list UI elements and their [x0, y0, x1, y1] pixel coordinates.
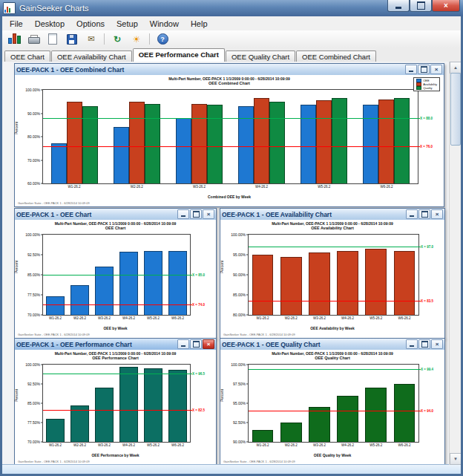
bar[interactable] — [114, 127, 129, 183]
print-icon[interactable] — [24, 31, 42, 47]
bar[interactable] — [337, 396, 358, 442]
bar[interactable] — [176, 118, 191, 183]
maximize-button[interactable] — [418, 65, 430, 74]
bar[interactable] — [394, 98, 410, 183]
title-bar[interactable]: GainSeeker Charts × — [0, 0, 463, 17]
scroll-up-icon[interactable]: ▲ — [450, 62, 461, 74]
bar[interactable] — [378, 100, 394, 183]
bar[interactable] — [46, 296, 65, 315]
bar[interactable] — [51, 143, 67, 183]
bar[interactable] — [145, 104, 160, 183]
child-title-bar[interactable]: OEE-PACK 1 - OEE Chart × — [15, 209, 216, 221]
menu-file[interactable]: File — [4, 18, 29, 30]
bar[interactable] — [67, 102, 82, 183]
vertical-scrollbar[interactable]: ▲ ▼ — [449, 62, 461, 465]
close-button[interactable]: × — [431, 339, 443, 349]
tab-oee-performance-chart[interactable]: OEE Performance Chart — [133, 48, 225, 62]
bar[interactable] — [119, 252, 138, 315]
x-tick-label: W2-26.2 — [73, 316, 86, 320]
y-tick-mark — [41, 423, 43, 423]
child-title-bar[interactable]: OEE-PACK 1 - OEE Combined Chart × — [15, 64, 444, 76]
minimize-button[interactable] — [177, 339, 189, 349]
maximize-button[interactable] — [190, 339, 202, 349]
bar[interactable] — [280, 257, 302, 315]
bar[interactable] — [70, 405, 89, 442]
reference-line-label: X = 99.4 — [421, 368, 433, 371]
bar[interactable] — [301, 105, 316, 183]
close-button[interactable]: × — [431, 209, 443, 219]
tab-oee-chart[interactable]: OEE Chart — [4, 50, 50, 62]
child-title-bar[interactable]: OEE-PACK 1 - OEE Performance Chart × — [15, 339, 216, 351]
minimize-button[interactable] — [387, 0, 410, 12]
settings-icon[interactable]: ☀ — [128, 31, 145, 47]
minimize-button[interactable] — [177, 209, 189, 219]
charts-icon[interactable] — [5, 31, 23, 47]
bar[interactable] — [280, 423, 302, 442]
bar[interactable] — [394, 251, 416, 315]
bar[interactable] — [309, 252, 330, 315]
refresh-icon[interactable]: ↻ — [108, 31, 126, 47]
export-icon[interactable] — [63, 31, 81, 47]
menu-help[interactable]: Help — [185, 18, 214, 30]
bar[interactable] — [95, 267, 114, 315]
scrollbar-thumb[interactable] — [450, 73, 461, 146]
close-button[interactable]: × — [203, 209, 214, 219]
window-oee-combined-chart[interactable]: OEE-PACK 1 - OEE Combined Chart × Multi-… — [14, 63, 444, 207]
menu-setup[interactable]: Setup — [111, 18, 144, 30]
minimize-button[interactable] — [406, 209, 418, 219]
bar[interactable] — [254, 98, 269, 183]
tab-oee-quality-chart[interactable]: OEE Quality Chart — [226, 50, 295, 62]
bar[interactable] — [95, 388, 114, 442]
bar[interactable] — [316, 100, 332, 183]
bar[interactable] — [365, 388, 387, 442]
maximize-button[interactable] — [418, 209, 430, 219]
bar[interactable] — [129, 102, 145, 183]
bar[interactable] — [119, 367, 138, 442]
x-axis-title: Combined OEE by Week — [15, 195, 444, 199]
close-button[interactable]: × — [432, 0, 460, 12]
plot-area: 100.00%92.50%85.00%77.50%70.00%W1-26.2W2… — [42, 234, 191, 316]
mail-icon[interactable]: ✉ — [82, 31, 100, 47]
maximize-button[interactable] — [410, 0, 432, 12]
bar[interactable] — [168, 370, 187, 442]
bar[interactable] — [363, 105, 378, 183]
maximize-button[interactable] — [418, 339, 430, 349]
bar[interactable] — [191, 104, 207, 183]
tab-oee-combined-chart[interactable]: OEE Combined Chart — [296, 50, 376, 62]
close-button[interactable]: × — [203, 339, 214, 349]
bar[interactable] — [252, 430, 274, 442]
bar[interactable] — [46, 419, 65, 442]
bar[interactable] — [252, 255, 274, 315]
bar[interactable] — [168, 251, 187, 315]
minimize-button[interactable] — [405, 65, 417, 74]
scroll-down-icon[interactable]: ▼ — [450, 453, 461, 465]
bar[interactable] — [207, 105, 223, 183]
maximize-button[interactable] — [190, 209, 202, 219]
window-oee-quality-chart[interactable]: OEE-PACK 1 - OEE Quality Chart × Multi-P… — [220, 338, 445, 465]
window-oee-performance-chart[interactable]: OEE-PACK 1 - OEE Performance Chart × Mul… — [14, 338, 217, 465]
bar[interactable] — [269, 102, 285, 183]
plot-area: 100.00%97.50%95.00%92.50%90.00%W1-26.2W2… — [248, 364, 419, 443]
help-icon[interactable]: ? — [154, 31, 171, 47]
tab-oee-availability-chart[interactable]: OEE Availability Chart — [51, 50, 132, 62]
window-oee-availability-chart[interactable]: OEE-PACK 1 - OEE Availability Chart × Mu… — [220, 208, 445, 339]
bar[interactable] — [144, 368, 162, 442]
chart-title: OEE Combined Chart — [15, 81, 444, 85]
minimize-button[interactable] — [406, 339, 418, 349]
close-button[interactable]: × — [430, 65, 442, 74]
window-oee-chart[interactable]: OEE-PACK 1 - OEE Chart × Multi-Part Numb… — [14, 208, 217, 339]
menu-options[interactable]: Options — [70, 18, 111, 30]
bar[interactable] — [332, 98, 347, 183]
bar[interactable] — [337, 251, 358, 315]
menu-window[interactable]: Window — [144, 18, 185, 30]
legend-row: Quality — [416, 86, 437, 90]
menu-desktop[interactable]: Desktop — [29, 18, 70, 30]
bar[interactable] — [144, 251, 162, 315]
bar[interactable] — [70, 285, 89, 315]
page-setup-icon[interactable] — [44, 31, 62, 47]
bar[interactable] — [394, 384, 416, 442]
bar[interactable] — [365, 249, 387, 315]
child-title-bar[interactable]: OEE-PACK 1 - OEE Availability Chart × — [220, 209, 444, 221]
child-title-bar[interactable]: OEE-PACK 1 - OEE Quality Chart × — [220, 339, 444, 351]
bar[interactable] — [309, 407, 330, 442]
